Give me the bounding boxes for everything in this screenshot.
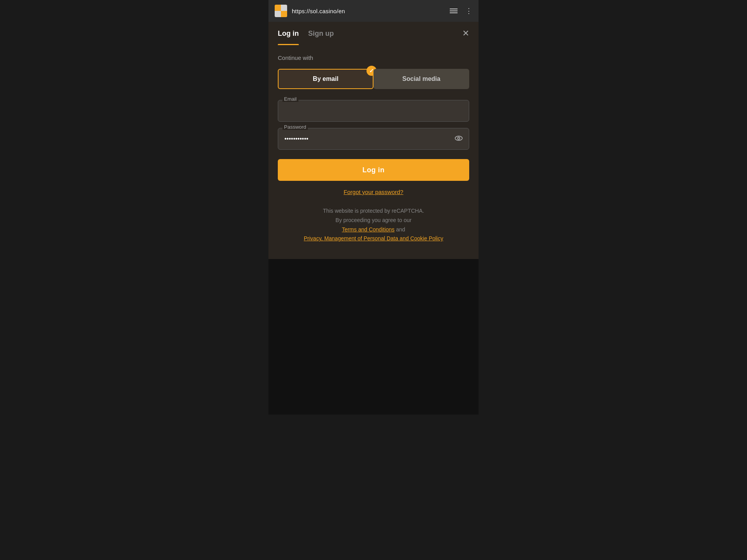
tab-login[interactable]: Log in (278, 22, 299, 45)
terms-link[interactable]: Terms and Conditions (342, 226, 395, 233)
login-button[interactable]: Log in (278, 159, 469, 181)
password-wrapper (278, 128, 469, 150)
browser-url[interactable]: https://sol.casino/en (292, 8, 445, 14)
dark-background (268, 259, 479, 415)
browser-favicon (275, 5, 287, 17)
email-label: Email (282, 96, 298, 102)
social-toggle-btn[interactable]: Social media (374, 69, 469, 89)
email-input[interactable] (278, 100, 469, 122)
tab-signup[interactable]: Sign up (308, 22, 334, 45)
email-field-wrapper: Email (278, 100, 469, 122)
password-toggle-btn[interactable] (454, 134, 463, 144)
terms-and-text: and (396, 226, 405, 233)
toggle-group: By email ✓ Social media (278, 69, 469, 89)
continue-with-label: Continue with (278, 54, 469, 61)
email-toggle-btn[interactable]: By email ✓ (278, 69, 374, 89)
password-field-wrapper: Password (278, 128, 469, 150)
forgot-password-section: Forgot your password? (278, 189, 469, 196)
svg-point-0 (455, 136, 462, 140)
privacy-link[interactable]: Privacy, Management of Personal Data and… (304, 235, 443, 242)
browser-menu-icon[interactable] (450, 9, 458, 13)
eye-icon (454, 134, 463, 143)
recaptcha-line1: This website is protected by reCAPTCHA. (278, 206, 469, 216)
password-input[interactable] (278, 128, 469, 150)
svg-point-1 (458, 137, 460, 140)
login-modal: Log in Sign up ✕ Continue with By email … (268, 22, 479, 259)
recaptcha-links: Terms and Conditions and Privacy, Manage… (278, 225, 469, 244)
browser-bar: https://sol.casino/en ⋮ (268, 0, 479, 22)
phone-container: https://sol.casino/en ⋮ Log in Sign up ✕… (268, 0, 479, 560)
modal-header: Log in Sign up ✕ (268, 22, 479, 45)
password-label: Password (282, 124, 308, 130)
forgot-password-link[interactable]: Forgot your password? (344, 189, 403, 195)
recaptcha-line2: By proceeding you agree to our (278, 216, 469, 225)
browser-more-icon[interactable]: ⋮ (465, 7, 472, 15)
browser-controls: ⋮ (450, 7, 472, 15)
modal-body: Continue with By email ✓ Social media Em… (268, 45, 479, 259)
close-button[interactable]: ✕ (462, 29, 469, 38)
recaptcha-notice: This website is protected by reCAPTCHA. … (278, 206, 469, 243)
